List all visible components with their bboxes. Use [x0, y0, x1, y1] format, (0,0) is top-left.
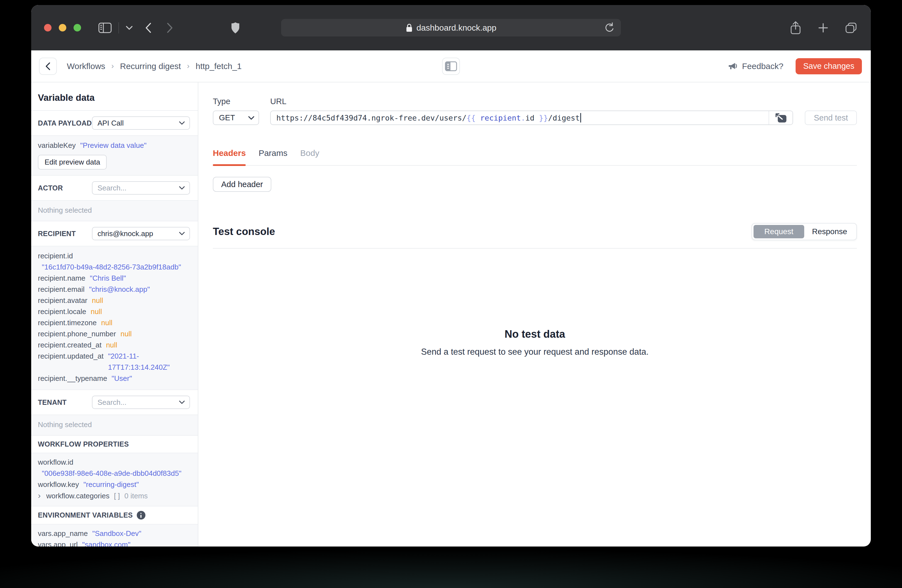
expand-editor-button[interactable]	[769, 111, 792, 124]
close-window-button[interactable]	[44, 24, 52, 31]
browser-window: dashboard.knock.app Workflows › Recurrin…	[31, 5, 871, 547]
property-row: recipient.timezonenull	[38, 317, 191, 328]
browser-url-bar[interactable]: dashboard.knock.app	[281, 19, 621, 36]
tab-overview-icon[interactable]	[845, 22, 858, 34]
feedback-link[interactable]: Feedback?	[728, 61, 783, 71]
request-tabs: Headers Params Body	[213, 149, 857, 166]
empty-state-title: No test data	[213, 328, 857, 340]
workflow-properties: workflow.id "006e938f-98e6-408e-a9de-dbb…	[31, 453, 198, 507]
property-row: recipient.name"Chris Bell"	[38, 272, 191, 284]
chevron-down-icon	[248, 116, 255, 120]
toggle-request[interactable]: Request	[753, 225, 804, 238]
chevron-down-icon	[179, 400, 185, 404]
expand-chevron-icon: ›	[38, 490, 41, 501]
breadcrumb-separator: ›	[187, 62, 189, 70]
browser-forward-icon[interactable]	[166, 22, 174, 33]
data-payload-label: DATA PAYLOAD	[38, 119, 92, 127]
chevron-down-icon	[179, 231, 185, 236]
url-label: URL	[270, 97, 793, 106]
variable-data-sidebar: Variable data DATA PAYLOAD API Call vari…	[31, 83, 198, 547]
property-row: recipient.avatarnull	[38, 295, 191, 306]
tenant-label: TENANT	[38, 399, 67, 407]
expand-icon	[774, 112, 788, 124]
actor-select[interactable]: Search...	[92, 181, 190, 195]
property-value: "006e938f-98e6-408e-a9de-dbb04d0f83d5"	[38, 468, 191, 479]
megaphone-icon	[728, 62, 738, 71]
breadcrumb-step-name: http_fetch_1	[196, 61, 241, 71]
save-changes-button[interactable]: Save changes	[796, 58, 862, 74]
request-response-toggle: Request Response	[752, 223, 857, 240]
preview-value: "Preview data value"	[80, 140, 147, 151]
text-cursor	[580, 113, 581, 122]
property-row: workflow.id	[38, 457, 191, 468]
type-label: Type	[213, 97, 259, 106]
back-button[interactable]	[39, 58, 57, 75]
toggle-sidebar-button[interactable]	[442, 58, 460, 75]
test-console-title: Test console	[213, 226, 275, 238]
browser-titlebar: dashboard.knock.app	[31, 5, 871, 50]
chevron-down-icon	[179, 186, 185, 190]
recipient-label: RECIPIENT	[38, 230, 76, 238]
environment-variables-header: ENVIRONMENT VARIABLES	[31, 507, 198, 524]
traffic-lights	[44, 24, 81, 31]
property-row: recipient.created_atnull	[38, 339, 191, 350]
method-select[interactable]: GET	[213, 111, 259, 125]
send-test-button[interactable]: Send test	[805, 111, 857, 125]
lock-icon	[406, 23, 413, 32]
add-header-button[interactable]: Add header	[213, 177, 271, 192]
breadcrumb: Workflows › Recurring digest › http_fetc…	[67, 61, 241, 71]
preview-data-section: variableKey "Preview data value" Edit pr…	[31, 136, 198, 176]
sidebar-chevron-down-icon[interactable]	[125, 26, 133, 30]
tenant-row: TENANT Search...	[31, 390, 198, 415]
tab-body[interactable]: Body	[300, 149, 319, 165]
new-tab-icon[interactable]	[817, 22, 829, 34]
panel-icon	[445, 61, 457, 72]
edit-preview-data-button[interactable]: Edit preview data	[38, 155, 107, 170]
tenant-select[interactable]: Search...	[92, 396, 190, 409]
empty-state: No test data Send a test request to see …	[213, 328, 857, 357]
environment-variables: vars.app_name"Sandbox-Dev" vars.app_url"…	[31, 524, 198, 547]
zoom-window-button[interactable]	[74, 24, 81, 31]
chevron-down-icon	[179, 121, 185, 125]
breadcrumb-separator: ›	[111, 62, 114, 70]
data-payload-row: DATA PAYLOAD API Call	[31, 111, 198, 136]
property-row: workflow.key"recurring-digest"	[38, 479, 191, 490]
request-editor: Type GET URL https://84c5df439d74.ngrok-…	[198, 83, 871, 547]
property-row: recipient.email"chris@knock.app"	[38, 284, 191, 295]
actor-empty-state: Nothing selected	[31, 201, 198, 221]
workflow-categories-row[interactable]: › workflow.categories [ ] 0 items	[38, 490, 191, 501]
toggle-response[interactable]: Response	[804, 225, 855, 238]
browser-sidebar-icon[interactable]	[98, 22, 112, 33]
property-value: "16c1fd70-b49a-48d2-8256-73a2b9f18adb"	[38, 261, 191, 272]
recipient-row: RECIPIENT chris@knock.app	[31, 221, 198, 246]
breadcrumb-workflows[interactable]: Workflows	[67, 61, 105, 71]
tab-params[interactable]: Params	[258, 149, 287, 165]
recipient-select[interactable]: chris@knock.app	[92, 227, 190, 240]
browser-back-icon[interactable]	[144, 22, 152, 33]
titlebar-divider	[118, 22, 119, 33]
url-text: dashboard.knock.app	[417, 23, 496, 33]
actor-label: ACTOR	[38, 184, 63, 192]
app-header: Workflows › Recurring digest › http_fetc…	[31, 50, 871, 83]
info-icon[interactable]	[137, 511, 146, 519]
url-input[interactable]: https://84c5df439d74.ngrok-free.dev/user…	[270, 111, 793, 125]
property-row: vars.app_url"sandbox.com"	[38, 539, 191, 547]
preview-key: variableKey	[38, 140, 76, 151]
property-row: vars.app_name"Sandbox-Dev"	[38, 528, 191, 539]
minimize-window-button[interactable]	[59, 24, 66, 31]
tab-headers[interactable]: Headers	[213, 149, 246, 165]
actor-row: ACTOR Search...	[31, 176, 198, 201]
property-row: recipient.localenull	[38, 306, 191, 317]
property-row: recipient.updated_at"2021-11-17T17:13:14…	[38, 350, 191, 373]
reload-icon[interactable]	[604, 22, 615, 33]
feedback-label: Feedback?	[742, 61, 783, 71]
sidebar-title: Variable data	[31, 83, 198, 110]
property-row: recipient.phone_numbernull	[38, 328, 191, 339]
workflow-properties-header: WORKFLOW PROPERTIES	[31, 436, 198, 453]
empty-state-subtitle: Send a test request to see your request …	[213, 347, 857, 357]
data-payload-select[interactable]: API Call	[92, 116, 190, 130]
shield-icon[interactable]	[231, 22, 240, 34]
breadcrumb-workflow-name[interactable]: Recurring digest	[120, 61, 181, 71]
test-console-header: Test console Request Response	[213, 223, 857, 249]
share-icon[interactable]	[789, 20, 802, 35]
